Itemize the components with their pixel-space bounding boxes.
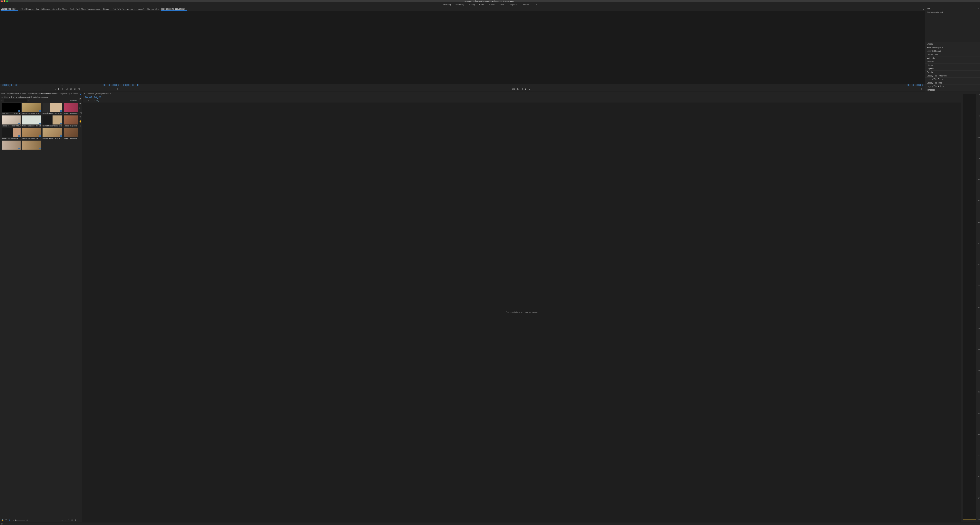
clip-item[interactable]: Nested Sequence 055:13 <box>2 116 21 127</box>
panel-lumetri-color[interactable]: Lumetri Color <box>925 53 980 56</box>
timeline-timecode[interactable]: 00;00;00;00 <box>85 96 102 99</box>
zoom-slider[interactable] <box>15 520 25 520</box>
clip-thumbnail[interactable] <box>43 116 62 124</box>
workspace-tab-color[interactable]: Color <box>479 3 484 6</box>
close-tab-icon[interactable]: × <box>84 92 85 95</box>
new-bin-button[interactable]: 🗀 <box>68 519 70 521</box>
info-panel-menu-icon[interactable]: ≡ <box>978 8 979 10</box>
insert-button[interactable]: ⊞ <box>70 88 72 90</box>
project-tab-search-bin[interactable]: Search Bin: All Metadata:sequence ≡ <box>29 93 57 95</box>
panel-legacy-title-styles[interactable]: Legacy Title Styles <box>925 78 980 81</box>
lock-icon[interactable]: 🔒 <box>2 519 4 521</box>
project-thumbnail-grid[interactable]: MVI_003228:02:02Nested Sequence 023:06Ne… <box>0 102 78 518</box>
track-select-tool[interactable]: ⊞ <box>80 98 81 100</box>
overwrite-button[interactable]: ⊡ <box>74 88 75 90</box>
snap-icon[interactable]: ∩ <box>88 100 89 102</box>
close-window-button[interactable] <box>1 0 3 2</box>
filter-bin-icon[interactable]: ▭ <box>29 99 30 102</box>
workspace-tab-graphics[interactable]: Graphics <box>509 3 517 6</box>
selection-tool[interactable]: ➤ <box>80 93 81 96</box>
settings-icon[interactable]: 🔧 <box>96 100 99 102</box>
clip-item[interactable]: Nested Sequence 112:21 <box>43 128 62 139</box>
project-tab-2[interactable]: Project: Copy of Shannon & Jesse <box>60 93 78 95</box>
panel-metadata[interactable]: Metadata <box>925 56 980 60</box>
panel-events[interactable]: Events <box>925 70 980 74</box>
clip-thumbnail[interactable] <box>64 128 78 137</box>
ripple-edit-tool[interactable]: ⇥ <box>80 102 81 105</box>
hand-tool[interactable]: ✋ <box>79 120 82 123</box>
tab-reference[interactable]: Reference: (no sequences)≡ <box>161 8 187 11</box>
workspace-overflow-icon[interactable]: » <box>536 3 537 6</box>
zoom-window-button[interactable] <box>6 0 8 2</box>
clip-thumbnail[interactable] <box>43 128 62 137</box>
automate-sequence-button[interactable]: ▭ <box>62 519 63 521</box>
sort-button[interactable]: ⟳ <box>27 519 28 521</box>
marker-icon[interactable]: ◦ <box>94 100 95 102</box>
slip-tool[interactable]: |↔| <box>79 111 82 114</box>
panel-timecode[interactable]: Timecode <box>925 88 980 92</box>
play-button[interactable]: ▶ <box>525 88 527 90</box>
program-monitor-viewport[interactable] <box>121 11 925 84</box>
mark-in-button[interactable]: { <box>45 88 45 90</box>
clip-item[interactable]: Nested Sequence 096:12 <box>2 128 21 139</box>
icon-view-button[interactable]: ▦ <box>9 519 10 521</box>
freeform-view-button[interactable]: ◻ <box>12 519 14 521</box>
go-to-in-button[interactable]: |◂ <box>517 88 519 90</box>
insert-toggle-icon[interactable]: ⊓ <box>85 100 86 102</box>
clip-thumbnail[interactable] <box>64 103 78 112</box>
tab-info[interactable]: Info <box>926 7 932 10</box>
panel-legacy-title-properties[interactable]: Legacy Title Properties <box>925 74 980 78</box>
play-button[interactable]: ▶ <box>59 88 60 90</box>
close-icon[interactable]: ≡ <box>186 8 187 10</box>
fit-icon[interactable]: ▭ <box>59 84 60 86</box>
clip-item[interactable]: Nested Sequence 075:22 <box>43 116 62 127</box>
tab-effect-controls[interactable]: Effect Controls <box>21 8 33 11</box>
clip-item[interactable]: Nested Sequence 083:08 <box>64 116 78 127</box>
panel-markers[interactable]: Markers <box>925 60 980 63</box>
step-forward-button[interactable]: |▸ <box>62 88 64 90</box>
workspace-tab-assembly[interactable]: Assembly <box>455 3 464 6</box>
program-panel-menu-icon[interactable]: ≡ <box>923 8 924 10</box>
clip-item[interactable]: Nested Sequence 107:05 <box>22 128 41 139</box>
workspace-tab-audio[interactable]: Audio <box>500 3 504 6</box>
go-to-out-button[interactable]: ▸| <box>533 88 534 90</box>
step-forward-button[interactable]: |▸ <box>529 88 531 90</box>
workspace-tab-effects[interactable]: Effects <box>488 3 495 6</box>
program-timecode-left[interactable]: 00;00;00;00 <box>123 84 138 87</box>
linked-selection-icon[interactable]: ⊔ <box>91 100 92 102</box>
add-marker-button[interactable]: ♦ <box>41 88 42 90</box>
clip-thumbnail[interactable] <box>22 128 41 137</box>
audio-meter[interactable] <box>963 94 976 520</box>
panel-legacy-title-tools[interactable]: Legacy Title Tools <box>925 81 980 84</box>
tab-source[interactable]: Source: (no clips)≡ <box>1 8 18 11</box>
fit-dropdown-icon[interactable]: ▾ <box>62 84 62 86</box>
go-to-out-button[interactable]: ▸| <box>66 88 68 90</box>
pen-tool[interactable]: ✎ <box>80 116 81 118</box>
minimize-window-button[interactable] <box>4 0 5 2</box>
workspace-tab-learning[interactable]: Learning <box>443 3 451 6</box>
clip-thumbnail[interactable] <box>2 103 21 112</box>
workspace-tab-editing[interactable]: Editing <box>469 3 475 6</box>
close-icon[interactable]: ≡ <box>17 8 18 10</box>
gang-button[interactable]: ⊡⊡ <box>512 88 515 90</box>
source-timecode-left[interactable]: 00;00;00;00 <box>2 84 18 87</box>
mark-out-button[interactable]: } <box>48 88 48 90</box>
clip-item[interactable]: MVI_003228:02:02 <box>2 103 21 114</box>
search-input[interactable] <box>4 99 27 102</box>
source-monitor-viewport[interactable] <box>0 11 121 84</box>
step-back-button[interactable]: ◂| <box>521 88 523 90</box>
project-tab-1[interactable]: oject: Copy of Shannon & Jesse <box>1 93 26 95</box>
timeline-drop-zone[interactable]: Drop media here to create sequence. <box>83 103 961 522</box>
type-tool[interactable]: T <box>80 125 81 127</box>
razor-tool[interactable]: ✂ <box>80 107 81 110</box>
find-button[interactable]: ⌕ <box>65 519 66 521</box>
clear-button[interactable]: 🗑 <box>75 519 76 521</box>
list-view-button[interactable]: ☰ <box>5 519 7 521</box>
tab-program[interactable]: Program: (no sequences) <box>122 8 144 11</box>
clip-thumbnail[interactable] <box>2 128 21 137</box>
panel-history[interactable]: History <box>925 63 980 67</box>
clip-thumbnail[interactable] <box>43 103 62 112</box>
clip-item[interactable] <box>22 140 41 150</box>
new-item-button[interactable]: 🗋 <box>71 519 73 521</box>
button-editor-icon[interactable]: + <box>117 87 118 91</box>
